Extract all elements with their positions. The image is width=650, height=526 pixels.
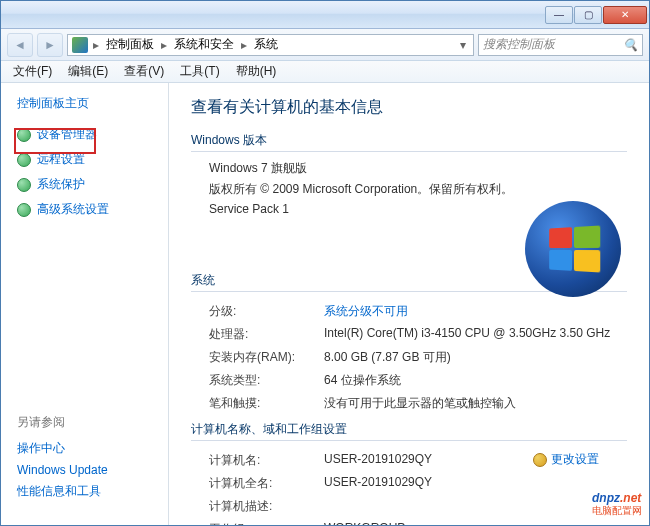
sidebar: 控制面板主页 设备管理器 远程设置 系统保护 高级系统设置 另请参阅 操作中心 … <box>1 83 169 525</box>
shield-icon <box>533 453 547 467</box>
system-row: 安装内存(RAM):8.00 GB (7.87 GB 可用) <box>191 346 627 369</box>
row-label: 系统类型: <box>209 372 324 389</box>
name-row: 计算机描述: <box>191 495 627 518</box>
maximize-button[interactable]: ▢ <box>574 6 602 24</box>
system-row: 系统类型:64 位操作系统 <box>191 369 627 392</box>
menu-bar: 文件(F) 编辑(E) 查看(V) 工具(T) 帮助(H) <box>1 61 649 83</box>
sidebar-item-label: 高级系统设置 <box>37 201 109 218</box>
sidebar-item-label: 设备管理器 <box>37 126 97 143</box>
sidebar-item-label: 远程设置 <box>37 151 85 168</box>
search-placeholder: 搜索控制面板 <box>483 36 555 53</box>
row-value: 8.00 GB (7.87 GB 可用) <box>324 349 451 366</box>
navigation-bar: ◄ ► ▸ 控制面板 ▸ 系统和安全 ▸ 系统 ▾ 搜索控制面板 🔍 <box>1 29 649 61</box>
change-settings-link[interactable]: 更改设置 <box>533 451 599 468</box>
row-label: 分级: <box>209 303 324 320</box>
address-bar[interactable]: ▸ 控制面板 ▸ 系统和安全 ▸ 系统 ▾ <box>67 34 474 56</box>
chevron-right-icon: ▸ <box>238 38 250 52</box>
name-row: 计算机全名:USER-20191029QY <box>191 472 627 495</box>
control-panel-icon <box>72 37 88 53</box>
section-computer-name: 计算机名称、域和工作组设置 <box>191 421 627 441</box>
close-button[interactable]: ✕ <box>603 6 647 24</box>
dropdown-icon[interactable]: ▾ <box>457 38 469 52</box>
change-settings-label: 更改设置 <box>551 451 599 468</box>
see-also-windows-update[interactable]: Windows Update <box>17 460 152 480</box>
menu-help[interactable]: 帮助(H) <box>228 61 285 82</box>
see-also-section: 另请参阅 操作中心 Windows Update 性能信息和工具 <box>1 406 168 517</box>
breadcrumb[interactable]: 系统 <box>252 36 280 53</box>
windows-logo <box>525 201 621 297</box>
search-input[interactable]: 搜索控制面板 🔍 <box>478 34 643 56</box>
breadcrumb[interactable]: 系统和安全 <box>172 36 236 53</box>
window-body: 控制面板主页 设备管理器 远程设置 系统保护 高级系统设置 另请参阅 操作中心 … <box>1 83 649 525</box>
row-label: 安装内存(RAM): <box>209 349 324 366</box>
control-panel-home-link[interactable]: 控制面板主页 <box>1 91 168 122</box>
name-row: 工作组:WORKGROUP <box>191 518 627 525</box>
system-row: 分级:系统分级不可用 <box>191 300 627 323</box>
chevron-right-icon: ▸ <box>158 38 170 52</box>
sidebar-item-advanced-settings[interactable]: 高级系统设置 <box>1 197 168 222</box>
row-value: 64 位操作系统 <box>324 372 401 389</box>
section-windows-edition: Windows 版本 <box>191 132 627 152</box>
menu-tools[interactable]: 工具(T) <box>172 61 227 82</box>
see-also-header: 另请参阅 <box>17 414 152 431</box>
see-also-performance[interactable]: 性能信息和工具 <box>17 480 152 503</box>
shield-icon <box>17 153 31 167</box>
row-label: 计算机描述: <box>209 498 324 515</box>
breadcrumb[interactable]: 控制面板 <box>104 36 156 53</box>
row-value: WORKGROUP <box>324 521 405 525</box>
sidebar-item-device-manager[interactable]: 设备管理器 <box>1 122 168 147</box>
menu-file[interactable]: 文件(F) <box>5 61 60 82</box>
sidebar-item-remote-settings[interactable]: 远程设置 <box>1 147 168 172</box>
row-label: 工作组: <box>209 521 324 525</box>
row-value: 没有可用于此显示器的笔或触控输入 <box>324 395 516 412</box>
chevron-right-icon: ▸ <box>90 38 102 52</box>
see-also-action-center[interactable]: 操作中心 <box>17 437 152 460</box>
page-title: 查看有关计算机的基本信息 <box>191 97 627 118</box>
menu-view[interactable]: 查看(V) <box>116 61 172 82</box>
row-label: 计算机名: <box>209 452 324 469</box>
forward-button[interactable]: ► <box>37 33 63 57</box>
title-bar: — ▢ ✕ <box>1 1 649 29</box>
row-value: USER-20191029QY <box>324 475 432 492</box>
menu-edit[interactable]: 编辑(E) <box>60 61 116 82</box>
minimize-button[interactable]: — <box>545 6 573 24</box>
row-label: 处理器: <box>209 326 324 343</box>
row-value[interactable]: 系统分级不可用 <box>324 303 408 320</box>
system-row: 笔和触摸:没有可用于此显示器的笔或触控输入 <box>191 392 627 415</box>
sidebar-item-label: 系统保护 <box>37 176 85 193</box>
edition-copyright: 版权所有 © 2009 Microsoft Corporation。保留所有权利… <box>191 181 627 198</box>
shield-icon <box>17 128 31 142</box>
sidebar-item-system-protection[interactable]: 系统保护 <box>1 172 168 197</box>
row-label: 计算机全名: <box>209 475 324 492</box>
edition-line: Windows 7 旗舰版 <box>191 160 627 177</box>
row-value: Intel(R) Core(TM) i3-4150 CPU @ 3.50GHz … <box>324 326 610 343</box>
shield-icon <box>17 178 31 192</box>
system-properties-window: — ▢ ✕ ◄ ► ▸ 控制面板 ▸ 系统和安全 ▸ 系统 ▾ 搜索控制面板 🔍… <box>0 0 650 526</box>
row-value: USER-20191029QY <box>324 452 432 469</box>
content-area: 查看有关计算机的基本信息 Windows 版本 Windows 7 旗舰版 版权… <box>169 83 649 525</box>
system-row: 处理器:Intel(R) Core(TM) i3-4150 CPU @ 3.50… <box>191 323 627 346</box>
shield-icon <box>17 203 31 217</box>
back-button[interactable]: ◄ <box>7 33 33 57</box>
search-icon: 🔍 <box>623 38 638 52</box>
row-label: 笔和触摸: <box>209 395 324 412</box>
